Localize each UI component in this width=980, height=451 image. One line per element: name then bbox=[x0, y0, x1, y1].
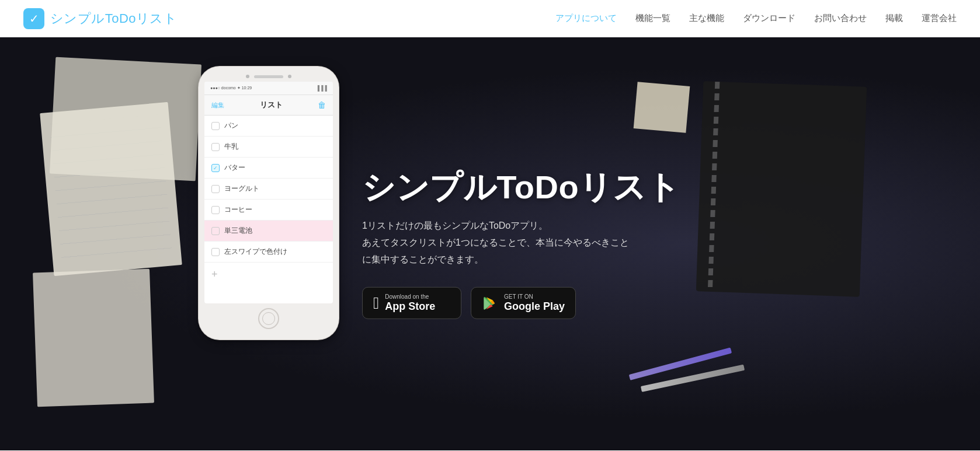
todo-label-4: コーヒー bbox=[224, 205, 252, 215]
todo-checkbox-2[interactable]: ✓ bbox=[211, 164, 220, 172]
google-play-icon bbox=[482, 295, 498, 311]
paper-decoration-2 bbox=[50, 57, 201, 181]
brand-link[interactable]: ✓ シンプルToDoリスト bbox=[23, 8, 177, 29]
pencils-decoration bbox=[630, 369, 805, 404]
todo-checkbox-4[interactable] bbox=[211, 206, 220, 214]
app-title: リスト bbox=[260, 100, 283, 110]
phone-sensor-dot bbox=[288, 75, 291, 78]
todo-item-2[interactable]: ✓ バター bbox=[204, 158, 333, 179]
phone-home-button[interactable] bbox=[258, 308, 279, 329]
nav-link-main-features[interactable]: 主な機能 bbox=[689, 13, 724, 23]
nav-item-press[interactable]: 掲載 bbox=[885, 13, 903, 24]
google-play-main-label: Google Play bbox=[504, 300, 565, 313]
phone-mockup: ●●●○ docomo ✦ 10:29 ▐▐▐ 編集 リスト 🗑 パン bbox=[199, 67, 339, 340]
todo-checkbox-3[interactable] bbox=[211, 185, 220, 193]
app-store-main-label: App Store bbox=[385, 300, 435, 313]
hero-desc-line3: に集中することができます。 bbox=[362, 254, 484, 264]
todo-item-1[interactable]: 牛乳 bbox=[204, 137, 333, 158]
google-play-text: GET IT ON Google Play bbox=[504, 293, 565, 313]
phone-status-bar: ●●●○ docomo ✦ 10:29 ▐▐▐ bbox=[204, 82, 333, 95]
app-header: 編集 リスト 🗑 bbox=[204, 95, 333, 116]
todo-label-6: 左スワイプで色付け bbox=[224, 247, 287, 257]
nav-item-contact[interactable]: お問い合わせ bbox=[814, 13, 867, 24]
hero-desc-line2: あえてタスクリストが1つになることで、本当に今やるべきこと bbox=[362, 237, 629, 247]
todo-item-3[interactable]: ヨーグルト bbox=[204, 179, 333, 200]
status-battery: ▐▐▐ bbox=[316, 85, 327, 91]
nav-item-company[interactable]: 運営会社 bbox=[922, 13, 957, 24]
hero-title: シンプルToDoリスト bbox=[362, 169, 980, 206]
apple-icon:  bbox=[373, 293, 379, 312]
google-play-top-label: GET IT ON bbox=[504, 293, 565, 300]
nav-link-about[interactable]: アプリについて bbox=[555, 13, 617, 23]
app-store-text: Download on the App Store bbox=[385, 293, 435, 313]
phone-camera-dot bbox=[246, 75, 249, 78]
brand-title: シンプルToDoリスト bbox=[50, 10, 177, 27]
nav-link-features-list[interactable]: 機能一覧 bbox=[635, 13, 670, 23]
nav-link-press[interactable]: 掲載 bbox=[885, 13, 903, 23]
todo-label-0: パン bbox=[224, 121, 238, 131]
todo-checkbox-6[interactable] bbox=[211, 248, 220, 256]
hero-section: ●●●○ docomo ✦ 10:29 ▐▐▐ 編集 リスト 🗑 パン bbox=[0, 37, 980, 450]
paper-decoration-3 bbox=[33, 269, 154, 407]
todo-label-5: 単三電池 bbox=[224, 226, 252, 236]
todo-item-0[interactable]: パン bbox=[204, 116, 333, 137]
todo-item-6[interactable]: 左スワイプで色付け bbox=[204, 242, 333, 263]
checkmark-icon: ✓ bbox=[29, 12, 39, 26]
todo-item-4[interactable]: コーヒー bbox=[204, 200, 333, 221]
app-store-top-label: Download on the bbox=[385, 293, 435, 300]
sticky-note-decoration bbox=[634, 82, 690, 133]
todo-checkbox-1[interactable] bbox=[211, 143, 220, 151]
app-edit-button[interactable]: 編集 bbox=[211, 101, 224, 110]
phone-screen: ●●●○ docomo ✦ 10:29 ▐▐▐ 編集 リスト 🗑 パン bbox=[204, 82, 333, 303]
nav-link-contact[interactable]: お問い合わせ bbox=[814, 13, 867, 23]
nav-link-download[interactable]: ダウンロード bbox=[743, 13, 795, 23]
nav-item-download[interactable]: ダウンロード bbox=[743, 13, 795, 24]
todo-checkbox-5[interactable] bbox=[211, 227, 220, 235]
phone-home-inner bbox=[262, 312, 275, 325]
navbar: ✓ シンプルToDoリスト アプリについて 機能一覧 主な機能 ダウンロード お… bbox=[0, 0, 980, 37]
app-store-button[interactable]:  Download on the App Store bbox=[362, 287, 461, 320]
nav-link-company[interactable]: 運営会社 bbox=[922, 13, 957, 23]
todo-label-2: バター bbox=[224, 163, 245, 173]
phone-speaker bbox=[254, 75, 283, 78]
todo-item-5[interactable]: 単三電池 bbox=[204, 221, 333, 242]
google-play-button[interactable]: GET IT ON Google Play bbox=[471, 287, 576, 320]
phone-top-bar bbox=[204, 75, 333, 78]
store-buttons:  Download on the App Store GET IT ON G bbox=[362, 287, 980, 320]
hero-content: シンプルToDoリスト 1リストだけの最もシンプルなToDoアプリ。 あえてタス… bbox=[362, 169, 980, 319]
status-carrier: ●●●○ docomo ✦ 10:29 bbox=[210, 86, 252, 90]
todo-list: パン 牛乳 ✓ バター ヨーグルト bbox=[204, 116, 333, 263]
nav-menu: アプリについて 機能一覧 主な機能 ダウンロード お問い合わせ 掲載 運営会社 bbox=[555, 13, 957, 24]
trash-icon[interactable]: 🗑 bbox=[318, 100, 326, 110]
nav-item-about[interactable]: アプリについて bbox=[555, 13, 617, 24]
todo-checkbox-0[interactable] bbox=[211, 122, 220, 130]
todo-add-button[interactable]: + bbox=[204, 263, 333, 286]
hero-description: 1リストだけの最もシンプルなToDoアプリ。 あえてタスクリストが1つになること… bbox=[362, 218, 677, 268]
todo-label-1: 牛乳 bbox=[224, 142, 238, 152]
nav-item-features-list[interactable]: 機能一覧 bbox=[635, 13, 670, 24]
todo-label-3: ヨーグルト bbox=[224, 184, 259, 194]
phone-outer-shell: ●●●○ docomo ✦ 10:29 ▐▐▐ 編集 リスト 🗑 パン bbox=[199, 67, 339, 340]
nav-item-main-features[interactable]: 主な機能 bbox=[689, 13, 724, 24]
brand-logo: ✓ bbox=[23, 8, 44, 29]
hero-desc-line1: 1リストだけの最もシンプルなToDoアプリ。 bbox=[362, 221, 548, 230]
